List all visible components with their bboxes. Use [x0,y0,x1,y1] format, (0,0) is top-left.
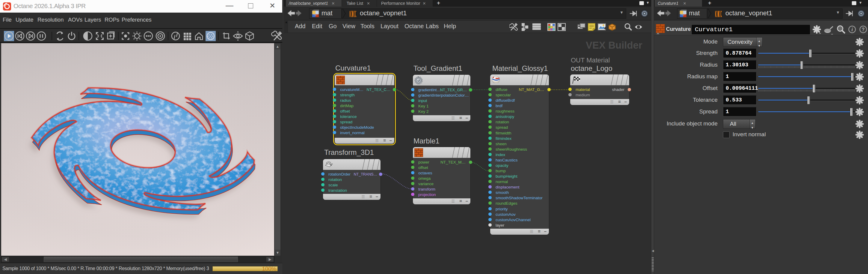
svg-text:i: i [851,27,853,32]
svg-text:?: ? [862,27,865,32]
